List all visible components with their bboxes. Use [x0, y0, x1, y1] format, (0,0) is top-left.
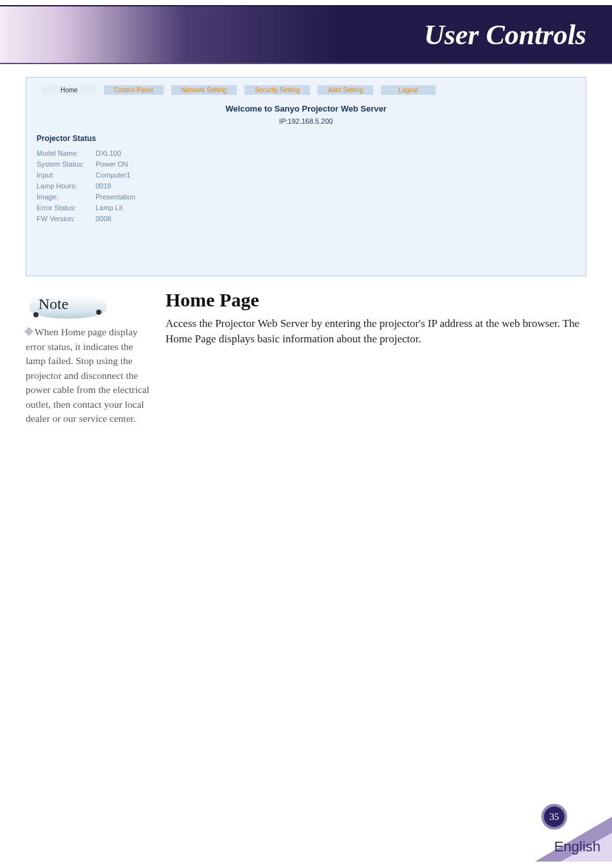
section-header: User Controls	[0, 5, 612, 64]
tab-logout[interactable]: Logout	[381, 85, 436, 95]
pin-icon	[96, 310, 101, 315]
tab-network-setting[interactable]: Network Setting	[171, 85, 237, 95]
body-paragraph: Access the Projector Web Server by enter…	[166, 316, 586, 347]
status-row: Image:Presentation	[37, 192, 575, 203]
status-row: Lamp Hours:0018	[37, 181, 575, 192]
status-row: Input:Computer1	[37, 170, 575, 181]
diamond-icon	[24, 327, 33, 336]
nav-tabs: Home Control Panel Network Setting Secur…	[42, 85, 575, 95]
main-text: Home Page Access the Projector Web Serve…	[166, 289, 586, 426]
note-graphic: Note	[30, 296, 106, 319]
page-footer: 35 English	[503, 804, 612, 862]
projector-status-heading: Projector Status	[37, 134, 575, 143]
tab-alert-setting[interactable]: Alert Setting	[318, 85, 373, 95]
language-label: English	[554, 839, 600, 855]
section-title: User Controls	[424, 19, 586, 51]
status-row: FW Version:0008	[37, 213, 575, 224]
side-note: Note When Home page display error status…	[26, 289, 154, 426]
status-grid: Model Name:DXL100 System Status:Power ON…	[37, 148, 575, 224]
pin-icon	[33, 312, 38, 317]
tab-control-panel[interactable]: Control Panel	[104, 85, 164, 95]
page-title: Home Page	[166, 289, 586, 311]
note-body: When Home page display error status, it …	[26, 326, 149, 424]
tab-security-setting[interactable]: Security Setting	[244, 85, 310, 95]
status-row: Error Status:Lamp Lit	[37, 203, 575, 213]
web-server-screenshot: Home Control Panel Network Setting Secur…	[26, 77, 586, 276]
welcome-heading: Welcome to Sanyo Projector Web Server	[37, 104, 575, 113]
note-heading: Note	[38, 296, 69, 312]
status-row: Model Name:DXL100	[37, 148, 575, 159]
page-number-badge: 35	[541, 804, 567, 830]
status-row: System Status:Power ON	[37, 159, 575, 170]
tab-home[interactable]: Home	[42, 85, 96, 95]
ip-address: IP:192.168.5.200	[37, 117, 575, 125]
